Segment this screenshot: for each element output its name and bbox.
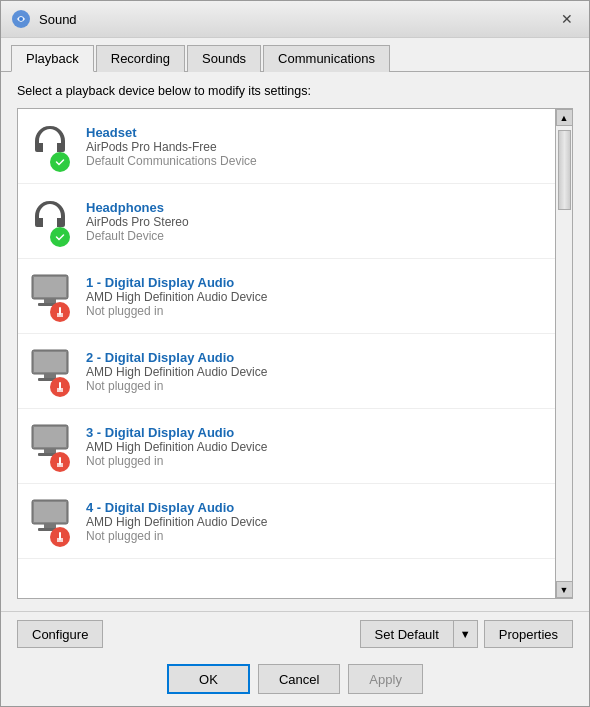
device-info: HeadsetAirPods Pro Hands-FreeDefault Com… bbox=[86, 125, 257, 168]
tab-communications[interactable]: Communications bbox=[263, 45, 390, 72]
svg-rect-3 bbox=[57, 143, 65, 152]
tab-bar: Playback Recording Sounds Communications bbox=[1, 38, 589, 72]
device-sub: AirPods Pro Hands-Free bbox=[86, 140, 257, 154]
svg-point-7 bbox=[53, 230, 67, 244]
svg-rect-9 bbox=[34, 277, 66, 297]
device-status-text: Default Device bbox=[86, 229, 189, 243]
svg-rect-30 bbox=[34, 502, 66, 522]
device-name: 3 - Digital Display Audio bbox=[86, 425, 267, 440]
sound-dialog: Sound ✕ Playback Recording Sounds Commun… bbox=[0, 0, 590, 707]
device-name: 2 - Digital Display Audio bbox=[86, 350, 267, 365]
device-status-badge bbox=[50, 302, 70, 322]
device-info: 4 - Digital Display AudioAMD High Defini… bbox=[86, 500, 267, 543]
device-list-container: HeadsetAirPods Pro Hands-FreeDefault Com… bbox=[17, 108, 573, 599]
tab-playback[interactable]: Playback bbox=[11, 45, 94, 72]
device-status-badge bbox=[50, 377, 70, 397]
svg-point-1 bbox=[19, 17, 23, 21]
device-info: 3 - Digital Display AudioAMD High Defini… bbox=[86, 425, 267, 468]
device-status-text: Not plugged in bbox=[86, 304, 267, 318]
svg-rect-23 bbox=[34, 427, 66, 447]
device-sub: AirPods Pro Stereo bbox=[86, 215, 189, 229]
set-default-split: Set Default ▼ bbox=[360, 620, 478, 648]
svg-rect-6 bbox=[57, 218, 65, 227]
device-list[interactable]: HeadsetAirPods Pro Hands-FreeDefault Com… bbox=[18, 109, 555, 598]
description-text: Select a playback device below to modify… bbox=[17, 84, 573, 98]
device-icon-wrap bbox=[28, 344, 76, 399]
device-icon-wrap bbox=[28, 419, 76, 474]
device-info: 1 - Digital Display AudioAMD High Defini… bbox=[86, 275, 267, 318]
device-item[interactable]: HeadsetAirPods Pro Hands-FreeDefault Com… bbox=[18, 109, 555, 184]
device-item[interactable]: 2 - Digital Display AudioAMD High Defini… bbox=[18, 334, 555, 409]
device-status-badge bbox=[50, 527, 70, 547]
scrollbar-down-button[interactable]: ▼ bbox=[556, 581, 573, 598]
set-default-dropdown[interactable]: ▼ bbox=[453, 620, 478, 648]
device-status-text: Default Communications Device bbox=[86, 154, 257, 168]
device-status-text: Not plugged in bbox=[86, 454, 267, 468]
device-item[interactable]: 4 - Digital Display AudioAMD High Defini… bbox=[18, 484, 555, 559]
window-icon bbox=[11, 9, 31, 29]
device-info: HeadphonesAirPods Pro StereoDefault Devi… bbox=[86, 200, 189, 243]
device-sub: AMD High Definition Audio Device bbox=[86, 515, 267, 529]
scrollbar-thumb[interactable] bbox=[558, 130, 571, 210]
window-title: Sound bbox=[39, 12, 555, 27]
tab-sounds[interactable]: Sounds bbox=[187, 45, 261, 72]
device-icon-wrap bbox=[28, 194, 76, 249]
scrollbar-thumb-area bbox=[556, 126, 572, 581]
scrollbar-up-button[interactable]: ▲ bbox=[556, 109, 573, 126]
device-name: Headset bbox=[86, 125, 257, 140]
apply-button[interactable]: Apply bbox=[348, 664, 423, 694]
svg-rect-2 bbox=[35, 143, 43, 152]
device-sub: AMD High Definition Audio Device bbox=[86, 290, 267, 304]
device-name: 1 - Digital Display Audio bbox=[86, 275, 267, 290]
set-default-button[interactable]: Set Default bbox=[360, 620, 453, 648]
svg-point-4 bbox=[53, 155, 67, 169]
device-sub: AMD High Definition Audio Device bbox=[86, 440, 267, 454]
svg-rect-10 bbox=[44, 299, 56, 303]
ok-cancel-row: OK Cancel Apply bbox=[1, 656, 589, 706]
device-name: 4 - Digital Display Audio bbox=[86, 500, 267, 515]
title-bar: Sound ✕ bbox=[1, 1, 589, 38]
cancel-button[interactable]: Cancel bbox=[258, 664, 340, 694]
device-item[interactable]: HeadphonesAirPods Pro StereoDefault Devi… bbox=[18, 184, 555, 259]
device-status-text: Not plugged in bbox=[86, 529, 267, 543]
main-content: Select a playback device below to modify… bbox=[1, 72, 589, 611]
device-icon-wrap bbox=[28, 494, 76, 549]
device-sub: AMD High Definition Audio Device bbox=[86, 365, 267, 379]
svg-rect-31 bbox=[44, 524, 56, 528]
svg-rect-24 bbox=[44, 449, 56, 453]
device-item[interactable]: 3 - Digital Display AudioAMD High Defini… bbox=[18, 409, 555, 484]
device-status-badge bbox=[50, 152, 70, 172]
svg-rect-17 bbox=[44, 374, 56, 378]
ok-button[interactable]: OK bbox=[167, 664, 250, 694]
properties-button[interactable]: Properties bbox=[484, 620, 573, 648]
close-button[interactable]: ✕ bbox=[555, 7, 579, 31]
configure-button[interactable]: Configure bbox=[17, 620, 103, 648]
device-info: 2 - Digital Display AudioAMD High Defini… bbox=[86, 350, 267, 393]
device-status-badge bbox=[50, 227, 70, 247]
device-icon-wrap bbox=[28, 119, 76, 174]
tab-recording[interactable]: Recording bbox=[96, 45, 185, 72]
device-icon-wrap bbox=[28, 269, 76, 324]
device-name: Headphones bbox=[86, 200, 189, 215]
device-item[interactable]: 1 - Digital Display AudioAMD High Defini… bbox=[18, 259, 555, 334]
scrollbar[interactable]: ▲ ▼ bbox=[555, 109, 572, 598]
svg-rect-16 bbox=[34, 352, 66, 372]
device-status-badge bbox=[50, 452, 70, 472]
bottom-button-row: Configure Set Default ▼ Properties bbox=[1, 611, 589, 656]
device-status-text: Not plugged in bbox=[86, 379, 267, 393]
svg-rect-5 bbox=[35, 218, 43, 227]
